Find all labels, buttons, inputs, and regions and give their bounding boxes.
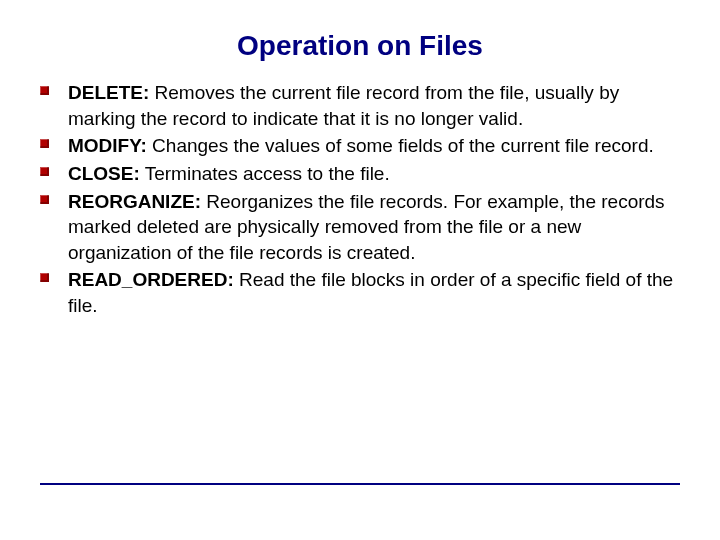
bullet-list: DELETE: Removes the current file record … — [40, 80, 690, 319]
term: CLOSE: — [68, 163, 140, 184]
term: READ_ORDERED: — [68, 269, 234, 290]
slide-content: DELETE: Removes the current file record … — [0, 80, 720, 319]
list-item: REORGANIZE: Reorganizes the file records… — [40, 189, 690, 266]
slide-title: Operation on Files — [0, 0, 720, 80]
divider — [40, 483, 680, 485]
list-item: READ_ORDERED: Read the file blocks in or… — [40, 267, 690, 318]
slide: Operation on Files DELETE: Removes the c… — [0, 0, 720, 540]
term: MODIFY: — [68, 135, 147, 156]
term: DELETE: — [68, 82, 149, 103]
desc: Removes the current file record from the… — [68, 82, 619, 129]
term: REORGANIZE: — [68, 191, 201, 212]
list-item: MODIFY: Changes the values of some field… — [40, 133, 690, 159]
desc: Changes the values of some fields of the… — [147, 135, 654, 156]
desc: Terminates access to the file. — [140, 163, 390, 184]
list-item: DELETE: Removes the current file record … — [40, 80, 690, 131]
list-item: CLOSE: Terminates access to the file. — [40, 161, 690, 187]
